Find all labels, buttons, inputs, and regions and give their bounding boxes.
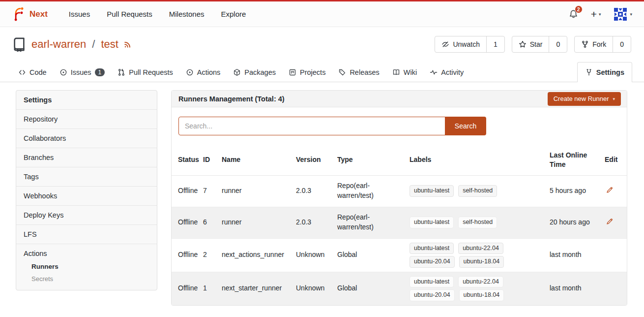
sidebar-item-lfs[interactable]: LFS (16, 224, 157, 244)
col-labels: Labels (410, 145, 550, 175)
actions-play-icon (186, 68, 194, 76)
sidebar-item-tags[interactable]: Tags (16, 167, 157, 186)
create-runner-label: Create new Runner (554, 95, 609, 102)
nav-item-explore[interactable]: Explore (212, 5, 254, 23)
runner-name: runner (222, 207, 296, 238)
create-runner-button[interactable]: Create new Runner ▾ (548, 92, 621, 106)
watchers-count[interactable]: 1 (486, 36, 504, 52)
runner-version: Unknown (296, 272, 337, 305)
runner-type: Repo(earl-warren/test) (337, 175, 410, 207)
tab-label: Packages (244, 68, 276, 76)
repo-tabbar: Code Issues 1 Pull Requests Actions Pack… (0, 61, 644, 82)
tab-wiki[interactable]: Wiki (386, 63, 423, 82)
unwatch-button[interactable]: Unwatch (435, 36, 486, 52)
runner-labels: ubuntu-latest self-hosted (410, 175, 550, 207)
fork-label: Fork (592, 40, 606, 48)
tab-settings[interactable]: Settings (577, 62, 632, 82)
star-button[interactable]: Star (512, 36, 549, 52)
book-icon (392, 68, 400, 76)
content-area: Settings Repository Collaborators Branch… (0, 82, 644, 306)
fork-button[interactable]: Fork (575, 36, 613, 52)
runner-id: 1 (203, 272, 222, 305)
label-pill: ubuntu-22.04 (458, 243, 503, 254)
runner-type: Repo(earl-warren/test) (337, 207, 410, 238)
runner-last-online: last month (550, 238, 605, 272)
tab-pull-requests[interactable]: Pull Requests (111, 63, 179, 82)
runner-id: 7 (203, 175, 222, 207)
col-name: Name (222, 145, 296, 175)
rss-icon[interactable] (123, 40, 132, 49)
sidebar-item-secrets[interactable]: Secrets (16, 273, 157, 285)
runner-version: 2.0.3 (296, 175, 337, 207)
sidebar-item-branches[interactable]: Branches (16, 148, 157, 167)
repo-name-link[interactable]: test (101, 38, 118, 51)
sidebar-group-actions: Actions Runners Secrets (16, 244, 157, 290)
table-row: Offline 6 runner 2.0.3 Repo(earl-warren/… (172, 207, 627, 238)
tab-label: Wiki (404, 68, 417, 76)
nav-item-issues[interactable]: Issues (60, 5, 98, 23)
col-version: Version (296, 145, 337, 175)
table-row: Offline 2 next_actions_runner Unknown Gl… (172, 238, 627, 272)
runner-name: next_actions_runner (222, 238, 296, 272)
sidebar-item-webhooks[interactable]: Webhooks (16, 186, 157, 205)
label-pill: ubuntu-latest (410, 217, 454, 228)
label-pill: ubuntu-20.04 (410, 256, 455, 268)
tab-activity[interactable]: Activity (423, 63, 470, 82)
settings-sidebar: Settings Repository Collaborators Branch… (16, 90, 157, 290)
tab-projects[interactable]: Projects (282, 63, 332, 82)
pull-request-icon (117, 68, 125, 76)
table-row: Offline 7 runner 2.0.3 Repo(earl-warren/… (172, 175, 627, 207)
col-edit: Edit (605, 145, 627, 175)
sidebar-item-runners[interactable]: Runners (16, 260, 157, 273)
nav-item-pull-requests[interactable]: Pull Requests (98, 5, 161, 23)
repo-owner-link[interactable]: earl-warren (31, 38, 86, 51)
col-type: Type (337, 145, 410, 175)
col-id: ID (203, 145, 222, 175)
tab-code[interactable]: Code (12, 63, 53, 82)
forks-count[interactable]: 0 (613, 36, 631, 52)
runner-labels: ubuntu-latest ubuntu-22.04 ubuntu-20.04 … (410, 272, 550, 305)
edit-runner-button[interactable] (605, 217, 615, 226)
stars-count[interactable]: 0 (549, 36, 567, 52)
tab-releases[interactable]: Releases (332, 63, 385, 82)
notification-count-badge: 2 (575, 5, 583, 13)
sidebar-item-actions[interactable]: Actions (16, 244, 157, 260)
unwatch-label: Unwatch (453, 40, 479, 48)
create-menu-button[interactable]: + ▾ (591, 9, 601, 19)
runner-last-online: 20 hours ago (550, 207, 605, 238)
nav-item-milestones[interactable]: Milestones (161, 5, 213, 23)
col-last-online: Last Online Time (550, 145, 605, 175)
runner-name: next_starter_runner (222, 272, 296, 305)
runner-status: Offline (172, 272, 203, 305)
label-pill: ubuntu-latest (410, 243, 454, 254)
edit-runner-button[interactable] (605, 185, 615, 195)
pencil-icon (606, 186, 614, 194)
tab-actions[interactable]: Actions (179, 63, 227, 82)
star-label: Star (530, 40, 543, 48)
package-icon (233, 68, 241, 76)
runner-status: Offline (172, 175, 203, 207)
search-button[interactable]: Search (445, 117, 486, 135)
tab-issues[interactable]: Issues 1 (53, 63, 112, 82)
sidebar-item-repository[interactable]: Repository (16, 109, 157, 128)
notifications-button[interactable]: 2 (569, 9, 578, 19)
star-icon (519, 40, 527, 48)
label-pill: ubuntu-22.04 (458, 276, 503, 288)
tab-label: Releases (350, 68, 379, 76)
runner-id: 2 (203, 238, 222, 272)
user-menu-button[interactable]: ▾ (614, 7, 632, 21)
avatar (614, 7, 627, 21)
sidebar-item-deploy-keys[interactable]: Deploy Keys (16, 205, 157, 224)
pulse-icon (430, 68, 438, 76)
sidebar-header: Settings (16, 91, 157, 109)
label-pill: ubuntu-18.04 (459, 256, 504, 268)
runner-id: 6 (203, 207, 222, 238)
repo-title: earl-warren / test (12, 37, 132, 52)
search-input[interactable] (178, 117, 445, 135)
top-navbar: Next Issues Pull Requests Milestones Exp… (0, 1, 644, 27)
project-board-icon (289, 68, 296, 76)
sidebar-item-collaborators[interactable]: Collaborators (16, 128, 157, 148)
tab-packages[interactable]: Packages (227, 63, 282, 82)
brand-home-link[interactable]: Next (12, 7, 48, 21)
panel-title: Runners Management (Total: 4) (178, 95, 285, 103)
